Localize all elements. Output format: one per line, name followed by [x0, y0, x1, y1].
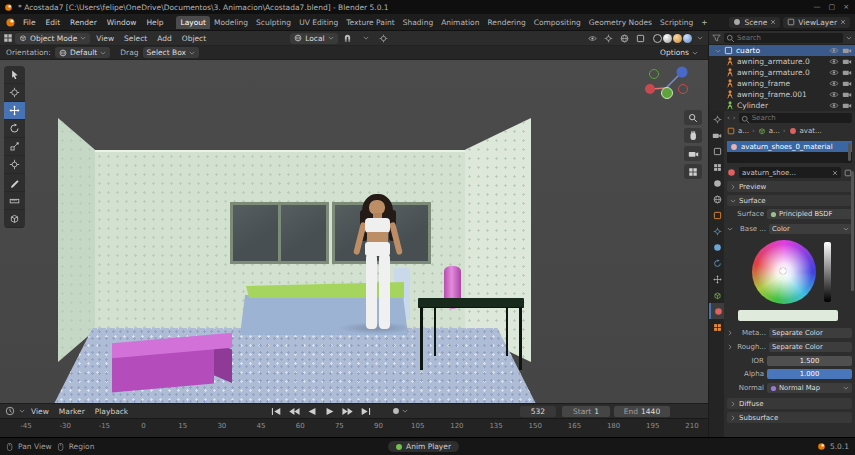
- xray-toggle[interactable]: [632, 32, 648, 44]
- outliner-item[interactable]: awning_armature.0: [709, 67, 855, 78]
- gizmo-x-neg[interactable]: [679, 85, 688, 94]
- tab-object-data[interactable]: [709, 287, 725, 303]
- material-name-field[interactable]: avaturn_shoe...: [739, 167, 841, 178]
- menu-view[interactable]: View: [92, 33, 118, 44]
- menu-select[interactable]: Select: [120, 33, 151, 44]
- tab-view-layer[interactable]: [709, 159, 725, 175]
- workspace-tab-scripting[interactable]: Scripting: [656, 16, 697, 29]
- editor-type-icon[interactable]: [3, 33, 13, 43]
- value-slider[interactable]: [824, 242, 831, 302]
- measure-tool[interactable]: [4, 192, 25, 210]
- roughness-input-dropdown[interactable]: Separate Color: [769, 342, 852, 352]
- tab-render[interactable]: [709, 127, 725, 143]
- transform-orientation-dropdown[interactable]: Local: [290, 33, 337, 44]
- blender-logo-icon[interactable]: [5, 17, 16, 28]
- workspace-tab-texture-paint[interactable]: Texture Paint: [342, 16, 398, 29]
- navigation-gizmo[interactable]: [642, 62, 690, 110]
- workspace-tab-rendering[interactable]: Rendering: [483, 16, 529, 29]
- add-workspace-button[interactable]: +: [697, 16, 711, 29]
- close-button[interactable]: ×: [843, 3, 849, 11]
- subsurface-section-header[interactable]: Subsurface: [727, 412, 852, 423]
- gizmo-y-neg[interactable]: [650, 70, 659, 79]
- remove-viewlayer-icon[interactable]: [840, 19, 846, 25]
- drag-mode-dropdown[interactable]: Select Box: [143, 47, 199, 58]
- workspace-tab-uv-editing[interactable]: UV Editing: [295, 16, 342, 29]
- metallic-input-dropdown[interactable]: Separate Color: [769, 328, 852, 338]
- tab-particles[interactable]: [709, 239, 725, 255]
- add-cube-tool[interactable]: [4, 210, 25, 228]
- menu-object[interactable]: Object: [178, 33, 210, 44]
- workspace-tab-shading[interactable]: Shading: [399, 16, 437, 29]
- transform-tool[interactable]: [4, 156, 25, 174]
- tab-physics[interactable]: [709, 255, 725, 271]
- timeline-ruler[interactable]: -45 -30 -15 0 15 30 45 60 75 90 105 120 …: [0, 418, 708, 437]
- room-left-wall[interactable]: [58, 118, 95, 362]
- tab-world[interactable]: [709, 191, 725, 207]
- workspace-tab-sculpting[interactable]: Sculpting: [252, 16, 295, 29]
- minimize-button[interactable]: —: [814, 3, 821, 11]
- camera-view-icon[interactable]: [684, 146, 702, 161]
- rendered-shading-icon[interactable]: [683, 34, 692, 43]
- visibility-dropdown[interactable]: [584, 32, 600, 44]
- ior-field[interactable]: 1.500: [767, 356, 852, 366]
- scene-selector[interactable]: Scene: [729, 17, 780, 28]
- outliner-search-input[interactable]: [724, 33, 843, 43]
- current-frame-field[interactable]: 532: [520, 406, 556, 417]
- jump-to-start-button[interactable]: [268, 405, 284, 417]
- properties-search[interactable]: [739, 113, 852, 123]
- color-wheel-cursor[interactable]: [780, 268, 786, 274]
- gizmo-z-axis[interactable]: [677, 67, 688, 78]
- outliner-item[interactable]: awning_armature.0: [709, 56, 855, 67]
- annotate-tool[interactable]: [4, 174, 25, 192]
- disable-render-icon[interactable]: [842, 91, 852, 98]
- playback-sync-dropdown[interactable]: [392, 407, 408, 415]
- diffuse-section-header[interactable]: Diffuse: [727, 398, 852, 409]
- hide-viewport-icon[interactable]: [829, 69, 839, 76]
- solid-shading-icon[interactable]: [663, 34, 672, 43]
- slot-list-scrollbar[interactable]: [848, 143, 851, 161]
- snap-toggle[interactable]: [340, 32, 356, 44]
- tab-constraints[interactable]: [709, 271, 725, 287]
- outliner-item[interactable]: awning_frame: [709, 78, 855, 89]
- preview-section-header[interactable]: Preview: [727, 181, 852, 192]
- outliner-search[interactable]: [724, 32, 843, 43]
- breadcrumb-object[interactable]: a...: [738, 127, 749, 135]
- timeline-menu-marker[interactable]: Marker: [55, 406, 89, 417]
- properties-search-input[interactable]: [739, 113, 852, 123]
- timeline-menu-view[interactable]: View: [27, 406, 53, 417]
- base-color-input-dropdown[interactable]: Color: [769, 224, 852, 234]
- timeline-editor-icon[interactable]: [5, 406, 15, 416]
- workspace-tab-geometry-nodes[interactable]: Geometry Nodes: [585, 16, 656, 29]
- proportional-edit-toggle[interactable]: [376, 32, 392, 44]
- unlink-material-icon[interactable]: [832, 170, 838, 176]
- disable-render-icon[interactable]: [842, 58, 852, 65]
- play-reverse-button[interactable]: [304, 405, 320, 417]
- filter-funnel-icon[interactable]: [712, 34, 721, 42]
- expand-icon[interactable]: [715, 49, 721, 53]
- move-tool[interactable]: [4, 102, 25, 120]
- menu-help[interactable]: Help: [141, 16, 168, 29]
- frame-end-field[interactable]: End 1440: [614, 406, 670, 417]
- disable-render-icon[interactable]: [842, 69, 852, 76]
- maximize-button[interactable]: ▢: [829, 3, 836, 11]
- hide-viewport-icon[interactable]: [829, 58, 839, 65]
- nav-back-icon[interactable]: ‹: [727, 114, 730, 122]
- breadcrumb-material[interactable]: avat...: [800, 127, 822, 135]
- menu-render[interactable]: Render: [65, 16, 102, 29]
- orientation-default-dropdown[interactable]: Default: [55, 47, 110, 58]
- zoom-icon[interactable]: [684, 110, 702, 125]
- surface-section-header[interactable]: Surface: [727, 195, 852, 206]
- play-button[interactable]: [322, 405, 338, 417]
- nav-forward-icon[interactable]: ›: [733, 114, 736, 122]
- table-object[interactable]: [418, 298, 524, 307]
- browse-material-icon[interactable]: [727, 168, 736, 177]
- alpha-slider[interactable]: 1.000: [767, 369, 852, 379]
- chevron-down-icon[interactable]: [846, 36, 852, 40]
- mode-dropdown[interactable]: Object Mode: [15, 33, 90, 44]
- outliner-item[interactable]: awning_frame.001: [709, 89, 855, 100]
- normal-input-dropdown[interactable]: Normal Map: [767, 383, 852, 393]
- hide-viewport-icon[interactable]: [829, 47, 839, 54]
- tab-object[interactable]: [709, 207, 725, 223]
- workspace-tab-modeling[interactable]: Modeling: [210, 16, 252, 29]
- tab-tool[interactable]: [709, 111, 725, 127]
